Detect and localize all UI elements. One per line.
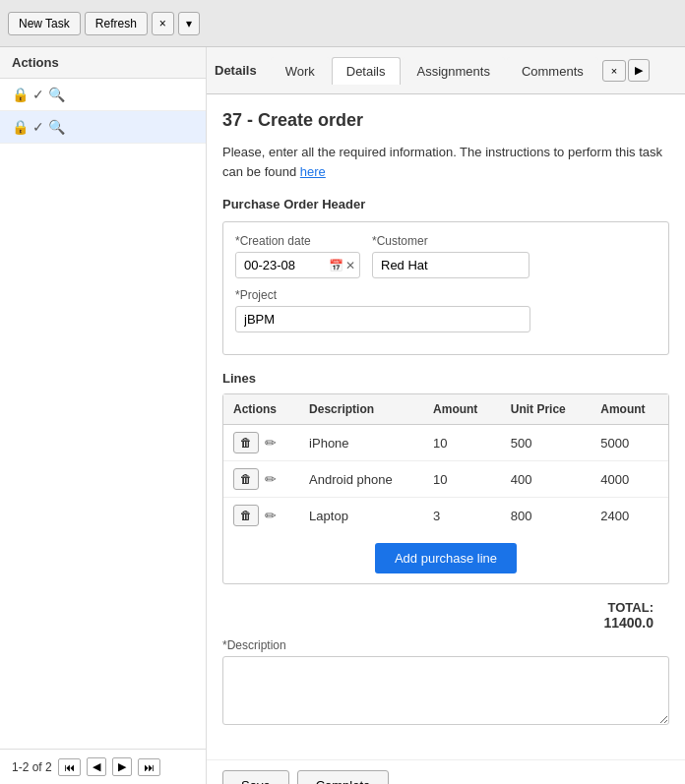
table-row: 🗑 ✏ Laptop 3 800 2400 bbox=[223, 498, 668, 534]
last-page-button[interactable]: ⏭ bbox=[138, 758, 160, 776]
sidebar-row-1[interactable]: 🔒 ✓ 🔍 bbox=[0, 79, 206, 111]
prev-page-button[interactable]: ◀ bbox=[87, 757, 106, 776]
save-button[interactable]: Save bbox=[222, 770, 289, 784]
intro-text: Please, enter all the required informati… bbox=[222, 143, 669, 181]
calendar-icon[interactable]: 📅 bbox=[329, 259, 343, 272]
total-value: 11400.0 bbox=[603, 615, 654, 631]
form-row-2: *Project bbox=[235, 288, 656, 332]
more-toolbar-button[interactable]: ▾ bbox=[178, 12, 200, 35]
purchase-order-header-title: Purchase Order Header bbox=[222, 197, 669, 211]
total-label: TOTAL: bbox=[608, 600, 654, 615]
content-body: 37 - Create order Please, enter all the … bbox=[207, 94, 685, 759]
customer-label: *Customer bbox=[372, 234, 529, 248]
line-actions-2: 🗑 ✏ bbox=[233, 505, 289, 526]
col-actions: Actions bbox=[223, 394, 299, 425]
line-total-0: 5000 bbox=[591, 425, 668, 461]
col-amount: Amount bbox=[423, 394, 501, 425]
line-amount-2: 3 bbox=[423, 498, 501, 534]
line-unit-price-2: 800 bbox=[501, 498, 592, 534]
lock-icon-2: 🔒 bbox=[12, 119, 29, 135]
line-actions-0: 🗑 ✏ bbox=[233, 432, 289, 453]
total-row: TOTAL: 11400.0 bbox=[222, 596, 669, 638]
tabs-bar: Details Work Details Assignments Comment… bbox=[207, 47, 685, 94]
tab-work[interactable]: Work bbox=[271, 57, 330, 85]
customer-field: *Customer bbox=[372, 234, 529, 278]
search-icon-2[interactable]: 🔍 bbox=[48, 119, 65, 135]
lines-tbody: 🗑 ✏ iPhone 10 500 5000 🗑 ✏ Android phone… bbox=[223, 425, 668, 534]
table-row: 🗑 ✏ iPhone 10 500 5000 bbox=[223, 425, 668, 461]
line-total-1: 4000 bbox=[591, 461, 668, 498]
tab-details[interactable]: Details bbox=[332, 57, 401, 85]
sidebar-row-2[interactable]: 🔒 ✓ 🔍 bbox=[0, 111, 206, 144]
add-purchase-line-button[interactable]: Add purchase line bbox=[375, 543, 517, 573]
lines-table: Actions Description Amount Unit Price Am… bbox=[223, 394, 668, 533]
line-amount-0: 10 bbox=[423, 425, 501, 461]
creation-date-input[interactable] bbox=[236, 253, 325, 277]
col-total: Amount bbox=[591, 394, 668, 425]
edit-line-button-1[interactable]: ✏ bbox=[265, 471, 277, 487]
line-description-1: Android phone bbox=[299, 461, 423, 498]
complete-button[interactable]: Complete bbox=[297, 770, 390, 784]
next-page-button[interactable]: ▶ bbox=[112, 757, 132, 776]
more-tabs-button[interactable]: ▶ bbox=[628, 59, 650, 82]
line-unit-price-0: 500 bbox=[501, 425, 592, 461]
project-field: *Project bbox=[235, 288, 530, 332]
date-icons: 📅 ✕ bbox=[325, 259, 359, 272]
delete-line-button-1[interactable]: 🗑 bbox=[233, 468, 259, 490]
search-icon-1[interactable]: 🔍 bbox=[48, 87, 65, 102]
sidebar-actions-2: 🔒 ✓ 🔍 bbox=[12, 119, 65, 135]
page-title: 37 - Create order bbox=[222, 110, 669, 131]
project-label: *Project bbox=[235, 288, 530, 302]
line-total-2: 2400 bbox=[591, 498, 668, 534]
first-page-button[interactable]: ⏮ bbox=[58, 758, 81, 776]
customer-input[interactable] bbox=[372, 252, 529, 278]
date-input-wrapper: 📅 ✕ bbox=[235, 252, 360, 278]
sidebar: Actions 🔒 ✓ 🔍 🔒 ✓ 🔍 1-2 of 2 ⏮ ◀ ▶ ⏭ bbox=[0, 47, 207, 784]
edit-line-button-2[interactable]: ✏ bbox=[265, 508, 277, 523]
footer-buttons: Save Complete bbox=[207, 759, 685, 784]
content-panel: Details Work Details Assignments Comment… bbox=[207, 47, 685, 784]
table-row: 🗑 ✏ Android phone 10 400 4000 bbox=[223, 461, 668, 498]
check-icon-2[interactable]: ✓ bbox=[32, 119, 44, 135]
sidebar-actions-1: 🔒 ✓ 🔍 bbox=[12, 87, 65, 102]
tab-assignments[interactable]: Assignments bbox=[403, 57, 505, 85]
check-icon-1[interactable]: ✓ bbox=[32, 87, 44, 102]
project-input[interactable] bbox=[235, 306, 530, 332]
line-amount-1: 10 bbox=[423, 461, 501, 498]
creation-date-field: *Creation date 📅 ✕ bbox=[235, 234, 360, 278]
pagination-label: 1-2 of 2 bbox=[12, 760, 52, 774]
sidebar-footer: 1-2 of 2 ⏮ ◀ ▶ ⏭ bbox=[0, 749, 206, 784]
lines-section: Actions Description Amount Unit Price Am… bbox=[222, 393, 669, 584]
here-link[interactable]: here bbox=[300, 164, 326, 179]
main-layout: Actions 🔒 ✓ 🔍 🔒 ✓ 🔍 1-2 of 2 ⏮ ◀ ▶ ⏭ bbox=[0, 47, 685, 784]
refresh-button[interactable]: Refresh bbox=[85, 12, 148, 35]
description-label: *Description bbox=[222, 638, 669, 652]
col-description: Description bbox=[299, 394, 423, 425]
edit-line-button-0[interactable]: ✏ bbox=[265, 435, 277, 451]
line-description-0: iPhone bbox=[299, 425, 423, 461]
lines-title: Lines bbox=[222, 371, 669, 386]
close-toolbar-button[interactable]: × bbox=[152, 12, 174, 35]
clear-date-icon[interactable]: ✕ bbox=[345, 259, 355, 272]
line-unit-price-1: 400 bbox=[501, 461, 592, 498]
tab-comments[interactable]: Comments bbox=[507, 57, 598, 85]
new-task-button[interactable]: New Task bbox=[8, 12, 81, 35]
top-toolbar: New Task Refresh × ▾ bbox=[0, 0, 685, 47]
lines-table-header: Actions Description Amount Unit Price Am… bbox=[223, 394, 668, 425]
description-textarea[interactable] bbox=[222, 656, 669, 725]
col-unit-price: Unit Price bbox=[501, 394, 592, 425]
form-row-1: *Creation date 📅 ✕ *Customer bbox=[235, 234, 656, 278]
close-tab-button[interactable]: × bbox=[602, 60, 626, 82]
creation-date-label: *Creation date bbox=[235, 234, 360, 248]
description-section: *Description bbox=[222, 638, 669, 728]
sidebar-header: Actions bbox=[0, 47, 206, 79]
delete-line-button-0[interactable]: 🗑 bbox=[233, 432, 259, 453]
delete-line-button-2[interactable]: 🗑 bbox=[233, 505, 259, 526]
line-description-2: Laptop bbox=[299, 498, 423, 534]
purchase-order-header-section: *Creation date 📅 ✕ *Customer bbox=[222, 221, 669, 355]
details-panel-title: Details bbox=[215, 63, 257, 78]
line-actions-1: 🗑 ✏ bbox=[233, 468, 289, 490]
lock-icon-1: 🔒 bbox=[12, 87, 29, 102]
